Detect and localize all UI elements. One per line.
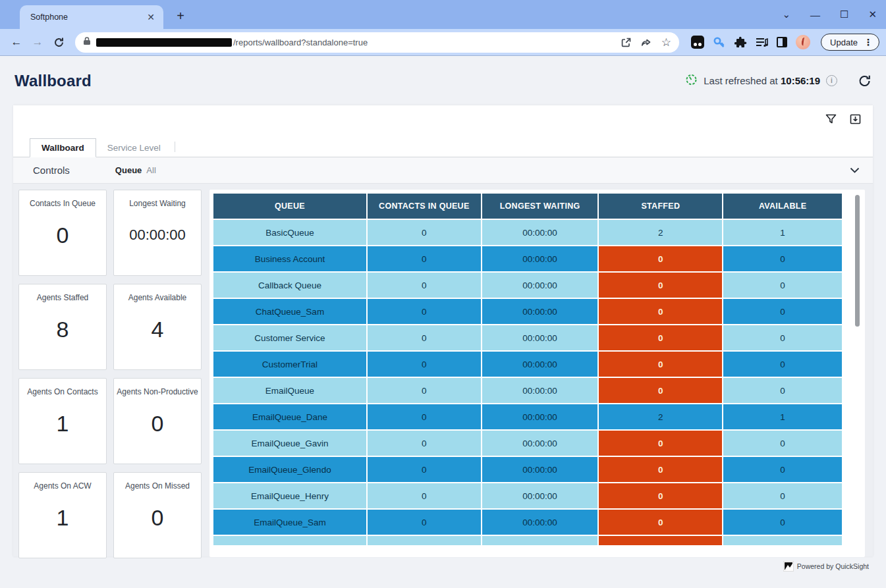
browser-tab[interactable]: Softphone ✕: [20, 5, 163, 29]
queue-name-cell: EmailQueue: [213, 378, 366, 403]
share-icon[interactable]: [641, 38, 651, 47]
kpi-value: 4: [152, 302, 164, 356]
refresh-icon[interactable]: [858, 74, 872, 88]
tab-wallboard[interactable]: Wallboard: [30, 138, 96, 157]
sheet-tabbar: Wallboard Service Level: [13, 105, 873, 157]
queue-table-viewport: QUEUECONTACTS IN QUEUELONGEST WAITINGSTA…: [213, 194, 842, 545]
kpi-label: Agents Available: [128, 293, 187, 302]
kpi-label: Agents On Missed: [125, 481, 190, 491]
kpi-card: Agents Available 4: [113, 284, 202, 370]
staffed-cell: 0: [599, 431, 722, 456]
longest-waiting-cell: 00:00:00: [482, 325, 598, 350]
contacts-in-queue-cell: 0: [368, 299, 481, 324]
queue-table: QUEUECONTACTS IN QUEUELONGEST WAITINGSTA…: [213, 194, 842, 545]
bookmark-star-icon[interactable]: ☆: [661, 36, 671, 49]
queue-filter-value[interactable]: All: [146, 165, 155, 175]
column-header: QUEUE: [213, 194, 366, 219]
staffed-cell: 0: [599, 510, 722, 535]
contacts-in-queue-cell: 0: [368, 404, 481, 429]
queue-filter-label: Queue: [115, 165, 142, 175]
kpi-value: 8: [57, 302, 69, 356]
kpi-card: Agents On ACW 1: [18, 472, 107, 558]
available-cell: 0: [723, 457, 842, 482]
queue-name-cell: EmailQueue_Henry: [213, 483, 366, 508]
filter-icon[interactable]: [825, 114, 837, 124]
staffed-cell: 2: [599, 404, 722, 429]
staffed-cell: 0: [599, 483, 722, 508]
longest-waiting-cell: 00:00:00: [482, 510, 598, 535]
staffed-cell: 0: [599, 299, 722, 324]
back-icon[interactable]: ←: [8, 34, 25, 51]
password-key-icon[interactable]: [713, 36, 726, 49]
queue-name-cell: CustomerTrial: [213, 352, 366, 377]
queue-name-cell: EmailQueue_Tom: [213, 536, 366, 545]
kpi-card: Agents Non-Productive 0: [113, 378, 202, 464]
extensions-puzzle-icon[interactable]: [734, 36, 747, 49]
tab-close-icon[interactable]: ✕: [145, 11, 157, 23]
contacts-in-queue-cell: 0: [368, 273, 481, 298]
staffed-cell: 0: [599, 273, 722, 298]
update-button[interactable]: Update ⋮: [821, 34, 879, 51]
queue-name-cell: Customer Service: [213, 325, 366, 350]
available-cell: 0: [723, 299, 842, 324]
contacts-in-queue-cell: 0: [368, 352, 481, 377]
available-cell: 1: [723, 404, 842, 429]
kpi-label: Longest Waiting: [129, 199, 186, 208]
new-tab-button[interactable]: +: [173, 9, 188, 24]
kpi-card: Agents Staffed 8: [18, 284, 107, 370]
controls-label: Controls: [33, 165, 70, 176]
column-header: AVAILABLE: [723, 194, 842, 219]
forward-icon[interactable]: →: [29, 34, 46, 51]
column-header: CONTACTS IN QUEUE: [368, 194, 481, 219]
available-cell: 0: [723, 536, 842, 545]
lock-icon: [83, 36, 91, 48]
kpi-label: Contacts In Queue: [30, 199, 96, 208]
contacts-in-queue-cell: 0: [368, 220, 481, 245]
open-in-new-icon[interactable]: [621, 38, 631, 47]
reload-icon[interactable]: [50, 34, 67, 51]
staffed-cell: 0: [599, 325, 722, 350]
kpi-card: Agents On Missed 0: [113, 472, 202, 558]
queue-name-cell: EmailQueue_Dane: [213, 404, 366, 429]
extension-dots-icon[interactable]: [691, 36, 704, 49]
contacts-in-queue-cell: 0: [368, 510, 481, 535]
window-close-icon[interactable]: ✕: [868, 9, 877, 20]
staffed-cell: 0: [599, 352, 722, 377]
url-redaction-bar: [96, 38, 232, 47]
window-minimize-icon[interactable]: —: [810, 9, 820, 20]
available-cell: 1: [723, 220, 842, 245]
queue-name-cell: EmailQueue_Gavin: [213, 431, 366, 456]
window-chevron-icon[interactable]: ⌄: [782, 9, 790, 20]
address-bar[interactable]: /reports/wallboard?standalone=true ☆: [75, 32, 679, 53]
longest-waiting-cell: 00:00:00: [482, 352, 598, 377]
chevron-down-icon[interactable]: [850, 167, 860, 173]
kpi-value: 0: [57, 208, 69, 262]
kpi-label: Agents On ACW: [34, 481, 91, 491]
dashboard-content: Contacts In Queue 0 Longest Waiting 00:0…: [13, 184, 873, 556]
kpi-label: Agents Non-Productive: [117, 387, 198, 396]
profile-avatar[interactable]: [796, 35, 810, 49]
contacts-in-queue-cell: 0: [368, 431, 481, 456]
browser-tabstrip: Softphone ✕ + ⌄ — ☐ ✕: [0, 0, 886, 29]
side-panel-icon[interactable]: [777, 37, 787, 47]
kpi-value: 1: [57, 396, 69, 450]
timer-icon: [685, 73, 698, 88]
longest-waiting-cell: 00:00:00: [482, 378, 598, 403]
media-playlist-icon[interactable]: [756, 37, 768, 48]
tab-separator: [175, 142, 175, 152]
longest-waiting-cell: 00:00:00: [482, 299, 598, 324]
last-refreshed-label: Last refreshed at 10:56:19: [704, 75, 820, 86]
browser-menu-icon[interactable]: ⋮: [862, 37, 875, 47]
powered-by-text: Powered by QuickSight: [797, 562, 869, 570]
queue-name-cell: EmailQueue_Glendo: [213, 457, 366, 482]
table-scrollbar[interactable]: [855, 195, 860, 327]
available-cell: 0: [723, 352, 842, 377]
info-icon[interactable]: i: [826, 75, 837, 86]
tab-service-level[interactable]: Service Level: [96, 139, 172, 157]
kpi-value: 0: [152, 491, 164, 545]
contacts-in-queue-cell: 0: [368, 325, 481, 350]
window-maximize-icon[interactable]: ☐: [840, 9, 848, 20]
kpi-label: Agents Staffed: [37, 293, 89, 302]
export-icon[interactable]: [850, 114, 861, 124]
contacts-in-queue-cell: 0: [368, 246, 481, 271]
